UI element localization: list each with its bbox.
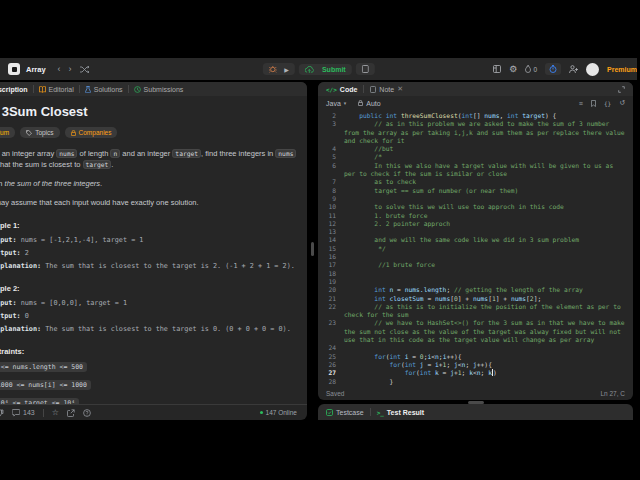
thumbs-down-icon[interactable] [0, 409, 4, 417]
line-number: 26 [318, 361, 344, 369]
code-line: 3 // as in this problem we are asked to … [318, 120, 633, 145]
run-button-icon[interactable]: ▶ [284, 66, 289, 73]
section-heading: Example 1: [0, 221, 297, 230]
cursor-position: Ln 27, C [600, 390, 625, 397]
book-icon [39, 86, 46, 93]
comments-button[interactable]: 143 [12, 409, 35, 417]
format-code-icon[interactable]: ≡ [579, 100, 583, 107]
line-number: 5 [318, 153, 344, 161]
tab-test-result[interactable]: >_ Test Result [377, 409, 424, 416]
description-paragraph: Given an integer array nums of length n … [0, 148, 297, 170]
lock-icon [358, 100, 363, 106]
tab-submissions[interactable]: Submissions [134, 86, 184, 93]
line-content: // as in this problem we are asked to ma… [344, 120, 633, 145]
line-content: // as this is to initialize the position… [344, 303, 633, 320]
favorite-star-icon[interactable]: ☆ [52, 408, 59, 417]
line-number: 17 [318, 261, 344, 269]
line-number: 21 [318, 295, 344, 303]
line-number: 12 [318, 220, 344, 228]
comment-bubble-icon [12, 409, 20, 417]
brackets-icon[interactable]: {} [604, 100, 611, 107]
code-line: 2 public int threeSumClosest(int[] nums,… [318, 112, 633, 120]
autocomplete-toggle[interactable]: Auto [358, 100, 380, 107]
premium-link[interactable]: Premium [607, 66, 637, 73]
code-line: 17 //1 brute force [318, 261, 633, 269]
code-line: 15 */ [318, 245, 633, 253]
line-number: 28 [318, 378, 344, 386]
example-block: Input: nums = [-1,2,1,-4], target = 1Out… [0, 236, 297, 271]
constraint-item: -1000 <= nums[i] <= 1000 [0, 380, 91, 390]
tab-solutions[interactable]: Solutions [85, 86, 123, 93]
line-content: for(int i = 0;i<n;i++){ [344, 353, 633, 361]
difficulty-badge: Medium [0, 127, 15, 138]
line-content: */ [344, 245, 633, 253]
tab-description[interactable]: Description [0, 86, 28, 93]
next-problem-icon[interactable]: › [69, 65, 72, 74]
timer-button[interactable] [545, 63, 561, 75]
tag-icon [26, 130, 32, 136]
line-content: } [344, 378, 633, 386]
code-line: 11 1. brute force [318, 212, 633, 220]
tab-code[interactable]: </> Code [326, 86, 357, 93]
problem-title: 16. 3Sum Closest [0, 104, 297, 119]
example-line: Output: 2 [0, 249, 297, 258]
help-icon[interactable] [83, 409, 91, 417]
avatar[interactable] [586, 63, 599, 76]
streak-counter[interactable]: 0 [525, 65, 537, 73]
language-selector[interactable]: Java ▾ [326, 100, 346, 107]
line-content: to solve this we will use too approch in… [344, 203, 633, 211]
terminal-icon: >_ [377, 409, 384, 416]
example-line: Explanation: The sum that is closest to … [0, 262, 297, 271]
code-line: 7 as to check [318, 178, 633, 186]
invite-user-icon[interactable] [569, 65, 578, 73]
line-content: 2. 2 pointer approch [344, 220, 633, 228]
description-paragraph: Return the sum of the three integers. [0, 178, 297, 189]
share-icon[interactable] [67, 409, 75, 417]
close-note-tab-icon[interactable]: ✕ [397, 85, 403, 93]
reset-code-icon[interactable]: ↺ [619, 99, 625, 107]
section-heading: Constraints: [0, 347, 297, 356]
topics-tag[interactable]: Topics [20, 127, 59, 138]
debug-icon[interactable] [268, 65, 276, 73]
problem-list-button[interactable]: Array [26, 65, 46, 74]
companies-tag[interactable]: Companies [65, 127, 118, 138]
checkbox-icon [326, 409, 333, 416]
line-content: //1 brute force [344, 261, 633, 269]
expand-panel-icon[interactable] [618, 86, 625, 93]
bookmark-icon[interactable] [591, 100, 596, 107]
history-clock-icon [134, 86, 141, 93]
tab-editorial[interactable]: Editorial [39, 86, 74, 93]
code-line: 9 [318, 195, 633, 203]
code-line: 4 //but [318, 145, 633, 153]
prev-problem-icon[interactable]: ‹ [58, 65, 61, 74]
settings-gear-icon[interactable]: ⚙ [509, 65, 517, 74]
layout-icon[interactable] [493, 65, 501, 73]
tab-testcase[interactable]: Testcase [326, 409, 364, 416]
line-content [344, 344, 633, 352]
line-content: target == sum of number (or near them) [344, 187, 633, 195]
leetcode-window: Array ‹ › ▶ Submit [0, 58, 637, 420]
code-area[interactable]: 2 public int threeSumClosest(int[] nums,… [318, 110, 633, 387]
line-number: 25 [318, 353, 344, 361]
shuffle-icon[interactable] [80, 66, 89, 73]
submit-button[interactable]: Submit [299, 64, 352, 75]
code-line: 23 // we have to HashSet<>() for the 3 s… [318, 319, 633, 344]
tab-note[interactable]: Note ✕ [370, 85, 403, 93]
description-paragraph: You may assume that each input would hav… [0, 197, 297, 208]
line-number: 23 [318, 319, 344, 344]
panel-resize-handle[interactable] [307, 82, 318, 420]
line-number: 27 [318, 369, 344, 377]
line-content: 1. brute force [344, 212, 633, 220]
online-count: 147 Online [260, 409, 297, 416]
code-line: 21 int closetSum = nums[0] + nums[1] + n… [318, 295, 633, 303]
line-number: 14 [318, 236, 344, 244]
code-line: 18 [318, 270, 633, 278]
code-line: 14 and we will the same code like we did… [318, 236, 633, 244]
example-line: Output: 0 [0, 312, 297, 321]
notes-button[interactable] [356, 63, 375, 75]
description-blocks: Given an integer array nums of length n … [0, 148, 297, 404]
online-dot [260, 411, 263, 414]
code-line: 19 [318, 278, 633, 286]
line-number: 24 [318, 344, 344, 352]
leetcode-logo[interactable] [8, 63, 20, 75]
